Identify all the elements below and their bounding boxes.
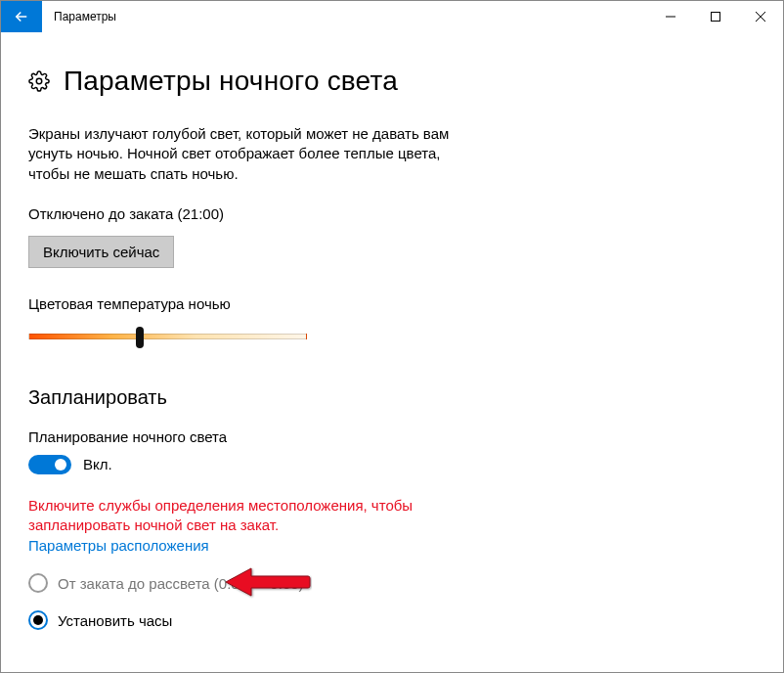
close-button[interactable] [738,1,783,32]
schedule-toggle-row: Вкл. [28,455,756,474]
radio-sunset-row: От заката до рассвета (0:00 — 0:00) [28,573,756,593]
radio-set-hours[interactable] [28,610,48,630]
radio-hours-row: Установить часы [28,610,756,630]
svg-rect-0 [712,13,720,22]
temperature-slider[interactable] [28,322,307,349]
window-title: Параметры [42,1,648,32]
radio-sunset [28,573,48,593]
slider-thumb [136,327,144,348]
page-title: Параметры ночного света [64,66,398,97]
content-wrapper: Параметры ночного света Экраны излучают … [1,32,783,673]
temperature-label: Цветовая температура ночью [28,295,756,312]
location-settings-link[interactable]: Параметры расположения [28,537,209,554]
maximize-icon [711,12,720,22]
toggle-knob [55,459,66,471]
gear-icon [28,70,50,92]
turn-on-now-button[interactable]: Включить сейчас [28,236,174,268]
maximize-button[interactable] [693,1,738,32]
titlebar: Параметры [1,1,783,32]
radio-set-hours-label: Установить часы [58,612,172,629]
arrow-left-icon [13,8,30,25]
location-warning: Включите службы определения местоположен… [28,496,468,536]
radio-sunset-label: От заката до рассвета (0:00 — 0:00) [58,575,304,592]
schedule-plan-label: Планирование ночного света [28,428,756,445]
toggle-state-label: Вкл. [83,456,112,472]
minimize-button[interactable] [648,1,693,32]
window-controls [648,1,783,32]
status-text: Отключено до заката (21:00) [28,205,756,222]
page-header: Параметры ночного света [28,66,756,97]
slider-track [28,334,307,339]
svg-point-1 [36,78,42,84]
page-description: Экраны излучают голубой свет, который мо… [28,124,478,184]
schedule-heading: Запланировать [28,386,756,409]
back-button[interactable] [1,1,42,32]
schedule-toggle[interactable] [28,455,71,474]
close-icon [756,12,765,22]
minimize-icon [666,12,675,22]
